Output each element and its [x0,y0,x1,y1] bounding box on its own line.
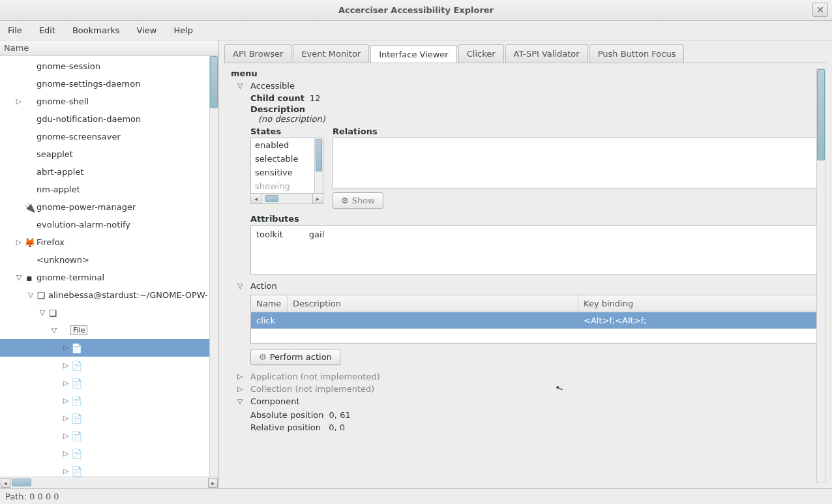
action-row-desc [288,312,578,329]
tree-column-header[interactable]: Name [0,40,218,56]
tree-vertical-scrollbar[interactable] [209,56,218,477]
tree-row[interactable]: ▷📄 [0,374,218,392]
show-button[interactable]: ⚙ Show [333,192,383,209]
tab-atspi-validator[interactable]: AT-SPI Validator [505,44,588,63]
tree-row[interactable]: ▷📄 [0,445,218,462]
window-close-button[interactable]: ✕ [812,3,828,17]
tree-row[interactable]: <unknown> [0,251,218,269]
window-title: Accerciser Accessibility Explorer [338,5,494,15]
tree-row[interactable]: ▷📄 [0,409,218,427]
tree-hscroll-thumb[interactable] [12,479,31,486]
tree-expander[interactable]: ▽ [50,326,59,334]
component-expander[interactable] [237,397,246,406]
tree-scroll-area[interactable]: gnome-sessiongnome-settings-daemon▷gnome… [0,56,218,477]
tree-item-icon: 📄 [70,396,82,406]
tree-item-label: abrt-applet [35,167,84,177]
tree-row[interactable]: ▷📄 [0,357,218,374]
tree-row[interactable]: ▷📄 [0,392,218,409]
state-item[interactable]: selectable [251,152,323,166]
tree-horizontal-scrollbar[interactable]: ◂ ▸ [0,477,218,488]
tab-api-browser[interactable]: API Browser [224,44,291,63]
state-item[interactable]: showing [251,179,323,193]
state-item[interactable]: sensitive [251,166,323,179]
rel-pos-value: 0, 0 [329,422,345,432]
tree-row[interactable]: evolution-alarm-notify [0,216,218,233]
tree-expander[interactable]: ▷ [61,414,70,422]
tree-expander[interactable]: ▷ [61,467,70,475]
accessible-expander[interactable] [237,82,246,90]
action-th-key[interactable]: Key binding [578,295,820,312]
tree-row[interactable]: ▽❏ [0,304,218,321]
tree-row[interactable]: seapplet [0,145,218,163]
tab-interface-viewer[interactable]: Interface Viewer [370,45,457,63]
tree-row[interactable]: gdu-notification-daemon [0,110,218,128]
action-row[interactable]: click <Alt>f;<Alt>f; [251,312,820,329]
tree-row[interactable]: ▷🦊Firefox [0,233,218,251]
action-table: Name Description Key binding click <Alt>… [250,295,820,344]
states-hscroll-left[interactable]: ◂ [251,194,261,203]
panel-vertical-scrollbar[interactable] [816,68,825,483]
menu-edit[interactable]: Edit [35,23,59,38]
tree-row[interactable]: gnome-session [0,57,218,75]
tree-expander[interactable]: ▷ [61,432,70,440]
collection-expander[interactable] [237,385,246,393]
perform-action-button[interactable]: ⚙ Perform action [250,349,340,365]
tree-expander[interactable]: ▽ [38,308,47,317]
tree-expander[interactable]: ▷ [14,97,23,106]
panel-vscroll-thumb[interactable] [817,69,825,160]
menu-file[interactable]: File [4,23,26,38]
tree-row[interactable]: gnome-screensaver [0,128,218,145]
show-icon: ⚙ [341,196,349,205]
tree-expander[interactable]: ▷ [14,238,23,246]
states-vscroll-thumb[interactable] [316,139,322,171]
tree-row[interactable]: ▷📄 [0,462,218,477]
tree-item-label: gnome-session [35,61,100,71]
relations-listbox[interactable] [333,138,820,188]
tree-row[interactable]: abrt-applet [0,163,218,181]
hscroll-right-button[interactable]: ▸ [208,478,218,488]
tree-expander[interactable]: ▷ [61,379,70,387]
tree-row[interactable]: ▷📄 [0,427,218,445]
tab-event-monitor[interactable]: Event Monitor [293,44,369,63]
states-hscroll-right[interactable]: ▸ [312,194,323,203]
tree-item-label: gnome-settings-daemon [35,79,140,89]
action-expander[interactable] [237,282,246,290]
details-pane: API Browser Event Monitor Interface View… [219,40,832,488]
state-item[interactable]: enabled [251,138,323,152]
tree-expander[interactable]: ▷ [61,344,70,352]
tree-row[interactable]: ▽▪gnome-terminal [0,269,218,286]
states-listbox[interactable]: enabled selectable sensitive showing [250,138,323,194]
tab-push-button-focus[interactable]: Push Button Focus [589,44,685,63]
tree-item-label: alinebessa@stardust:~/GNOME-OPW- [47,290,208,300]
tree-row[interactable]: ▽❏alinebessa@stardust:~/GNOME-OPW- [0,286,218,304]
states-vscroll[interactable] [314,138,323,193]
menu-view[interactable]: View [133,23,161,38]
states-hscroll[interactable]: ◂ ▸ [250,194,323,204]
application-expander[interactable] [237,372,246,381]
hscroll-left-button[interactable]: ◂ [1,478,10,488]
states-hscroll-thumb[interactable] [265,195,278,202]
tree-expander[interactable]: ▷ [61,449,70,458]
component-section-label: Component [250,396,299,406]
action-th-desc[interactable]: Description [288,295,578,312]
tree-row[interactable]: ▽File [0,321,218,339]
tree-row[interactable]: nm-applet [0,181,218,198]
action-row-name: click [251,312,288,329]
menu-bookmarks[interactable]: Bookmarks [68,23,124,38]
tree-item-icon: ❏ [35,290,47,301]
tree-row[interactable]: gnome-settings-daemon [0,75,218,93]
tree-row[interactable]: ▷gnome-shell [0,93,218,110]
action-th-name[interactable]: Name [251,295,288,312]
states-hscroll-track[interactable] [261,194,312,203]
tree-expander[interactable]: ▷ [61,361,70,370]
gear-icon: ⚙ [259,352,267,362]
tree-row[interactable]: ▷📄 [0,339,218,357]
tree-vscroll-thumb[interactable] [210,56,218,108]
attributes-box[interactable]: toolkit gail [250,225,820,274]
menu-help[interactable]: Help [170,23,197,38]
tab-clicker[interactable]: Clicker [458,44,504,63]
tree-row[interactable]: 🔌gnome-power-manager [0,198,218,216]
tree-expander[interactable]: ▽ [14,273,23,282]
tree-expander[interactable]: ▷ [61,396,70,405]
tree-expander[interactable]: ▽ [26,291,35,299]
